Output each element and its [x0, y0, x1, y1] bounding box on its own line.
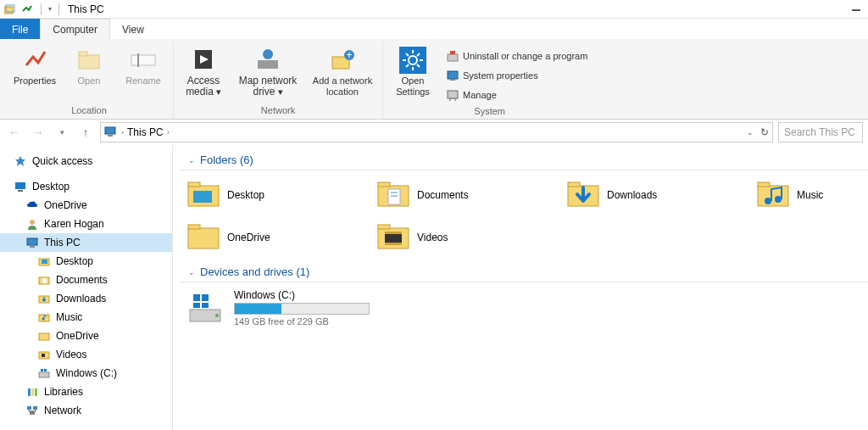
folders-header[interactable]: ⌄ Folders (6): [180, 154, 868, 170]
svg-rect-26: [448, 71, 458, 79]
drive-icon: [186, 291, 224, 325]
nav-libraries[interactable]: Libraries: [0, 383, 172, 401]
svg-rect-67: [758, 182, 770, 187]
breadcrumb-segment[interactable]: This PC: [127, 126, 164, 138]
svg-rect-3: [79, 55, 99, 69]
chevron-right-icon[interactable]: ›: [167, 128, 170, 137]
svg-rect-5: [131, 55, 155, 65]
svg-rect-33: [18, 190, 23, 192]
svg-rect-50: [28, 388, 31, 396]
svg-rect-48: [41, 369, 43, 371]
tab-file[interactable]: File: [0, 19, 40, 39]
qat-dropdown-icon[interactable]: ▾: [48, 5, 52, 13]
open-settings-button[interactable]: Open Settings: [388, 45, 437, 99]
manage-button[interactable]: Manage: [442, 86, 591, 104]
address-bar[interactable]: › This PC › ⌄ ↻: [100, 122, 773, 142]
svg-rect-60: [378, 182, 390, 187]
separator: [58, 3, 59, 15]
svg-rect-32: [15, 182, 25, 189]
nav-this-pc[interactable]: This PC: [0, 233, 172, 252]
open-icon: [75, 47, 103, 74]
content-pane: ⌄ Folders (6) Desktop Documents Download…: [173, 145, 868, 430]
chevron-down-icon: ⌄: [188, 156, 195, 165]
drive-free-text: 149 GB free of 229 GB: [234, 316, 370, 327]
drive-windows-c[interactable]: Windows (C:) 149 GB free of 229 GB: [173, 289, 868, 327]
svg-rect-82: [202, 303, 209, 308]
svg-rect-57: [188, 182, 200, 187]
map-drive-button[interactable]: Map network drive ▾: [233, 45, 303, 99]
refresh-icon[interactable]: ↻: [760, 126, 769, 138]
nav-onedrive-2[interactable]: OneDrive: [0, 327, 172, 345]
window-title: This PC: [68, 3, 104, 15]
svg-rect-36: [30, 246, 35, 248]
dropdown-icon[interactable]: ⌄: [747, 128, 754, 137]
svg-rect-58: [193, 191, 212, 203]
folder-icon: [37, 254, 51, 268]
uninstall-icon: [446, 49, 459, 63]
svg-rect-4: [79, 52, 87, 56]
add-location-button[interactable]: + Add a network location: [308, 45, 377, 99]
user-icon: [25, 217, 39, 231]
folder-videos[interactable]: Videos: [376, 220, 563, 255]
svg-rect-53: [27, 406, 31, 410]
nav-network[interactable]: Network: [0, 401, 172, 420]
title-bar: ▾ This PC: [0, 0, 868, 19]
drives-header[interactable]: ⌄ Devices and drives (1): [180, 265, 868, 282]
nav-user[interactable]: Karen Hogan: [0, 215, 172, 233]
chevron-down-icon: ⌄: [188, 268, 195, 276]
svg-marker-31: [15, 156, 25, 166]
access-media-button[interactable]: Access media ▾: [179, 45, 228, 99]
nav-videos[interactable]: Videos: [0, 345, 172, 364]
add-location-icon: +: [329, 47, 356, 74]
svg-rect-30: [108, 135, 113, 137]
search-input[interactable]: Search This PC: [778, 122, 863, 142]
navigation-pane: Quick access Desktop OneDrive Karen Hoga…: [0, 145, 173, 430]
this-pc-icon: [25, 236, 39, 249]
uninstall-button[interactable]: Uninstall or change a program: [442, 47, 591, 65]
nav-music[interactable]: Music: [0, 308, 172, 327]
nav-recent-icon[interactable]: ▾: [53, 123, 71, 142]
libraries-icon: [25, 385, 39, 399]
svg-text:+: +: [346, 49, 352, 61]
nav-windows-c[interactable]: Windows (C:): [0, 364, 172, 383]
map-drive-icon: [254, 47, 281, 74]
svg-point-69: [775, 196, 782, 203]
ribbon-group-system: Open Settings Uninstall or change a prog…: [383, 42, 596, 119]
tab-view[interactable]: View: [110, 19, 156, 39]
system-small-buttons: Uninstall or change a program System pro…: [442, 45, 591, 104]
minimize-ribbon-icon[interactable]: [851, 2, 863, 14]
tab-computer[interactable]: Computer: [40, 19, 110, 39]
chevron-right-icon[interactable]: ›: [121, 128, 124, 137]
nav-onedrive[interactable]: OneDrive: [0, 196, 172, 215]
nav-documents[interactable]: Documents: [0, 271, 172, 289]
svg-rect-81: [193, 303, 200, 308]
properties-button[interactable]: Properties: [10, 45, 59, 88]
folder-downloads[interactable]: Downloads: [566, 177, 753, 213]
qat-properties-icon[interactable]: [20, 3, 34, 16]
folder-desktop[interactable]: Desktop: [186, 177, 373, 213]
folder-onedrive[interactable]: OneDrive: [186, 220, 373, 255]
folder-icon: [37, 273, 51, 287]
separator: [41, 3, 42, 15]
svg-rect-24: [448, 54, 458, 61]
nav-quick-access[interactable]: Quick access: [0, 152, 172, 170]
folder-music[interactable]: Music: [756, 177, 868, 213]
network-icon: [25, 404, 39, 417]
svg-rect-35: [27, 238, 37, 245]
svg-rect-65: [568, 182, 580, 187]
onedrive-icon: [25, 198, 39, 212]
onedrive-folder-icon: [186, 222, 220, 253]
nav-back-icon: ←: [5, 123, 24, 142]
svg-rect-75: [385, 232, 402, 234]
nav-desktop-2[interactable]: Desktop: [0, 252, 172, 271]
system-properties-button[interactable]: System properties: [442, 66, 591, 85]
folder-documents[interactable]: Documents: [376, 177, 563, 213]
folder-icon: [37, 329, 51, 343]
drive-icon: [37, 366, 51, 380]
ribbon-group-network: Access media ▾ Map network drive ▾ + Add…: [174, 42, 383, 119]
open-button: Open: [64, 45, 114, 88]
nav-desktop[interactable]: Desktop: [0, 177, 172, 196]
nav-up-icon[interactable]: ↑: [76, 123, 95, 142]
nav-downloads[interactable]: Downloads: [0, 289, 172, 308]
music-folder-icon: [756, 180, 790, 210]
